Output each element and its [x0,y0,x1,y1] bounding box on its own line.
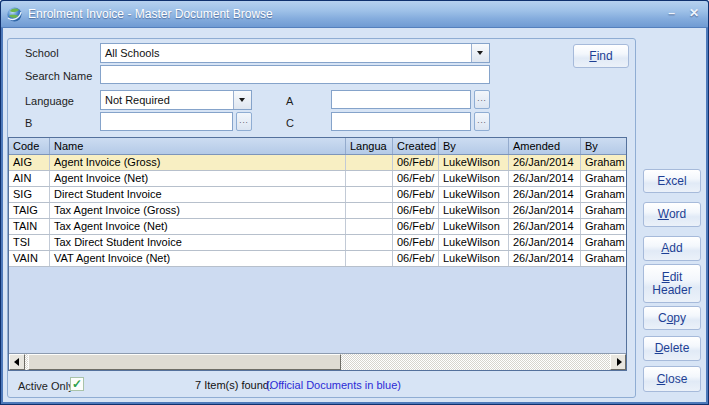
scroll-left-icon[interactable] [9,354,25,370]
cell-code: SIG [9,187,50,202]
field-a-label: A [286,95,293,107]
cell-langua [346,187,393,202]
cell-name: Agent Invoice (Gross) [50,155,346,170]
scrollbar-thumb[interactable] [28,354,341,370]
school-label: School [25,47,59,59]
search-name-input[interactable] [100,65,490,84]
cell-amended: 26/Jan/2014 [509,155,581,170]
cell-by2: Graham [581,251,626,266]
language-label: Language [25,95,74,107]
cell-langua [346,171,393,186]
cell-name: Agent Invoice (Net) [50,171,346,186]
cell-code: AIG [9,155,50,170]
cell-code: VAIN [9,251,50,266]
cell-by: LukeWilson [439,203,509,218]
delete-button[interactable]: Delete [643,336,701,361]
table-row[interactable]: TAIGTax Agent Invoice (Gross)06/Feb/Luke… [9,203,626,219]
cell-langua [346,235,393,250]
scroll-right-icon[interactable] [610,354,626,370]
search-name-label: Search Name [25,70,92,82]
cell-created: 06/Feb/ [393,251,439,266]
cell-by2: Graham [581,187,626,202]
school-value: All Schools [105,47,159,59]
cell-langua [346,251,393,266]
column-header-by[interactable]: By [581,138,626,154]
cell-name: Direct Student Invoice [50,187,346,202]
cell-code: AIN [9,171,50,186]
cell-amended: 26/Jan/2014 [509,219,581,234]
cell-code: TAIG [9,203,50,218]
column-header-langua[interactable]: Langua [346,138,393,154]
horizontal-scrollbar[interactable] [9,353,626,370]
document-grid[interactable]: CodeNameLanguaCreatedByAmendedBy AIGAgen… [8,137,627,371]
cell-langua [346,203,393,218]
table-row[interactable]: TAINTax Agent Invoice (Net)06/Feb/LukeWi… [9,219,626,235]
cell-name: Tax Agent Invoice (Net) [50,219,346,234]
language-value: Not Required [105,94,170,106]
field-c-label: C [286,117,294,129]
cell-name: Tax Agent Invoice (Gross) [50,203,346,218]
cell-by: LukeWilson [439,219,509,234]
cell-amended: 26/Jan/2014 [509,235,581,250]
cell-by: LukeWilson [439,187,509,202]
cell-created: 06/Feb/ [393,187,439,202]
column-header-by[interactable]: By [439,138,509,154]
chevron-down-icon[interactable] [233,91,251,109]
cell-by2: Graham [581,155,626,170]
table-row[interactable]: VAINVAT Agent Invoice (Net)06/Feb/LukeWi… [9,251,626,267]
column-header-created[interactable]: Created [393,138,439,154]
cell-by2: Graham [581,203,626,218]
table-row[interactable]: AIGAgent Invoice (Gross)06/Feb/LukeWilso… [9,155,626,171]
cell-by: LukeWilson [439,171,509,186]
dialog-window: Enrolment Invoice - Master Document Brow… [0,0,709,405]
cell-langua [346,219,393,234]
cell-amended: 26/Jan/2014 [509,203,581,218]
column-header-name[interactable]: Name [50,138,346,154]
field-c-input[interactable] [331,112,471,131]
grid-rows: AIGAgent Invoice (Gross)06/Feb/LukeWilso… [9,155,626,353]
table-row[interactable]: AINAgent Invoice (Net)06/Feb/LukeWilson2… [9,171,626,187]
close-window-button[interactable]: ✕ [689,6,699,20]
field-b-browse-button[interactable]: ... [236,112,252,131]
cell-code: TAIN [9,219,50,234]
table-row[interactable]: SIGDirect Student Invoice06/Feb/LukeWils… [9,187,626,203]
language-dropdown[interactable]: Not Required [100,90,252,110]
title-bar[interactable]: Enrolment Invoice - Master Document Brow… [1,1,708,28]
edit-header-button[interactable]: EditHeader [643,264,701,303]
cell-created: 06/Feb/ [393,203,439,218]
cell-created: 06/Feb/ [393,155,439,170]
items-found-text: 7 Item(s) found. [195,379,272,391]
column-header-amended[interactable]: Amended [509,138,581,154]
column-header-code[interactable]: Code [9,138,50,154]
window-title: Enrolment Invoice - Master Document Brow… [28,7,273,21]
close-button[interactable]: Close [643,366,701,392]
add-button[interactable]: Add [643,236,701,261]
minimize-button[interactable]: – [668,6,675,20]
school-dropdown[interactable]: All Schools [100,43,490,63]
field-a-input[interactable] [331,90,471,109]
excel-button[interactable]: Excel [643,169,701,193]
cell-amended: 26/Jan/2014 [509,171,581,186]
chevron-down-icon[interactable] [471,44,489,62]
grid-header: CodeNameLanguaCreatedByAmendedBy [9,138,626,155]
cell-langua [346,155,393,170]
cell-created: 06/Feb/ [393,171,439,186]
app-globe-icon [7,7,22,22]
cell-created: 06/Feb/ [393,235,439,250]
table-row[interactable]: TSITax Direct Student Invoice06/Feb/Luke… [9,235,626,251]
official-documents-note: (Official Documents in blue) [266,379,401,391]
field-c-browse-button[interactable]: ... [474,112,490,131]
field-b-label: B [25,117,32,129]
active-only-label: Active Only [18,380,74,392]
cell-amended: 26/Jan/2014 [509,187,581,202]
copy-button[interactable]: Copy [643,306,701,330]
cell-by2: Graham [581,219,626,234]
field-b-input[interactable] [100,112,233,131]
active-only-checkbox[interactable]: ✓ [70,377,84,391]
cell-by: LukeWilson [439,251,509,266]
cell-name: Tax Direct Student Invoice [50,235,346,250]
cell-by2: Graham [581,171,626,186]
find-button[interactable]: Find [573,44,629,68]
field-a-browse-button[interactable]: ... [474,90,490,109]
word-button[interactable]: Word [643,202,701,227]
